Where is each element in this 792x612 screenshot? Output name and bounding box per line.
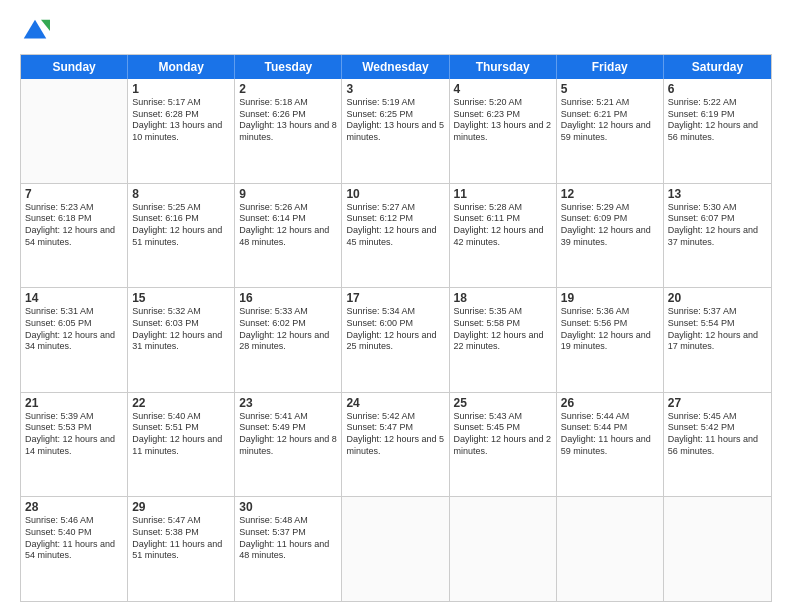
day-number: 18 bbox=[454, 291, 552, 305]
calendar: SundayMondayTuesdayWednesdayThursdayFrid… bbox=[20, 54, 772, 602]
svg-marker-0 bbox=[24, 20, 47, 39]
day-number: 15 bbox=[132, 291, 230, 305]
cell-info: Sunrise: 5:37 AMSunset: 5:54 PMDaylight:… bbox=[668, 306, 767, 353]
day-number: 27 bbox=[668, 396, 767, 410]
day-number: 30 bbox=[239, 500, 337, 514]
cal-cell: 8Sunrise: 5:25 AMSunset: 6:16 PMDaylight… bbox=[128, 184, 235, 288]
cell-info: Sunrise: 5:47 AMSunset: 5:38 PMDaylight:… bbox=[132, 515, 230, 562]
day-number: 19 bbox=[561, 291, 659, 305]
cell-info: Sunrise: 5:36 AMSunset: 5:56 PMDaylight:… bbox=[561, 306, 659, 353]
logo bbox=[20, 16, 54, 46]
cell-info: Sunrise: 5:19 AMSunset: 6:25 PMDaylight:… bbox=[346, 97, 444, 144]
day-number: 17 bbox=[346, 291, 444, 305]
day-number: 21 bbox=[25, 396, 123, 410]
cell-info: Sunrise: 5:40 AMSunset: 5:51 PMDaylight:… bbox=[132, 411, 230, 458]
logo-icon bbox=[20, 16, 50, 46]
day-of-week-friday: Friday bbox=[557, 55, 664, 79]
cal-cell: 20Sunrise: 5:37 AMSunset: 5:54 PMDayligh… bbox=[664, 288, 771, 392]
cal-cell: 29Sunrise: 5:47 AMSunset: 5:38 PMDayligh… bbox=[128, 497, 235, 601]
cell-info: Sunrise: 5:21 AMSunset: 6:21 PMDaylight:… bbox=[561, 97, 659, 144]
cell-info: Sunrise: 5:48 AMSunset: 5:37 PMDaylight:… bbox=[239, 515, 337, 562]
cell-info: Sunrise: 5:18 AMSunset: 6:26 PMDaylight:… bbox=[239, 97, 337, 144]
calendar-body: 1Sunrise: 5:17 AMSunset: 6:28 PMDaylight… bbox=[21, 79, 771, 601]
header bbox=[20, 16, 772, 46]
cell-info: Sunrise: 5:33 AMSunset: 6:02 PMDaylight:… bbox=[239, 306, 337, 353]
day-number: 3 bbox=[346, 82, 444, 96]
cell-info: Sunrise: 5:29 AMSunset: 6:09 PMDaylight:… bbox=[561, 202, 659, 249]
cal-cell: 18Sunrise: 5:35 AMSunset: 5:58 PMDayligh… bbox=[450, 288, 557, 392]
cell-info: Sunrise: 5:20 AMSunset: 6:23 PMDaylight:… bbox=[454, 97, 552, 144]
cal-cell: 23Sunrise: 5:41 AMSunset: 5:49 PMDayligh… bbox=[235, 393, 342, 497]
cal-cell: 10Sunrise: 5:27 AMSunset: 6:12 PMDayligh… bbox=[342, 184, 449, 288]
cal-cell bbox=[664, 497, 771, 601]
cal-cell bbox=[342, 497, 449, 601]
day-number: 23 bbox=[239, 396, 337, 410]
cal-cell bbox=[557, 497, 664, 601]
cal-cell: 30Sunrise: 5:48 AMSunset: 5:37 PMDayligh… bbox=[235, 497, 342, 601]
week-row-1: 1Sunrise: 5:17 AMSunset: 6:28 PMDaylight… bbox=[21, 79, 771, 184]
cell-info: Sunrise: 5:35 AMSunset: 5:58 PMDaylight:… bbox=[454, 306, 552, 353]
cal-cell: 24Sunrise: 5:42 AMSunset: 5:47 PMDayligh… bbox=[342, 393, 449, 497]
day-of-week-thursday: Thursday bbox=[450, 55, 557, 79]
cal-cell: 3Sunrise: 5:19 AMSunset: 6:25 PMDaylight… bbox=[342, 79, 449, 183]
day-number: 28 bbox=[25, 500, 123, 514]
day-number: 5 bbox=[561, 82, 659, 96]
cal-cell: 25Sunrise: 5:43 AMSunset: 5:45 PMDayligh… bbox=[450, 393, 557, 497]
cal-cell: 6Sunrise: 5:22 AMSunset: 6:19 PMDaylight… bbox=[664, 79, 771, 183]
cell-info: Sunrise: 5:44 AMSunset: 5:44 PMDaylight:… bbox=[561, 411, 659, 458]
cal-cell: 14Sunrise: 5:31 AMSunset: 6:05 PMDayligh… bbox=[21, 288, 128, 392]
cal-cell: 16Sunrise: 5:33 AMSunset: 6:02 PMDayligh… bbox=[235, 288, 342, 392]
day-of-week-tuesday: Tuesday bbox=[235, 55, 342, 79]
cell-info: Sunrise: 5:46 AMSunset: 5:40 PMDaylight:… bbox=[25, 515, 123, 562]
cell-info: Sunrise: 5:39 AMSunset: 5:53 PMDaylight:… bbox=[25, 411, 123, 458]
cal-cell: 15Sunrise: 5:32 AMSunset: 6:03 PMDayligh… bbox=[128, 288, 235, 392]
cal-cell: 2Sunrise: 5:18 AMSunset: 6:26 PMDaylight… bbox=[235, 79, 342, 183]
cal-cell bbox=[21, 79, 128, 183]
cell-info: Sunrise: 5:30 AMSunset: 6:07 PMDaylight:… bbox=[668, 202, 767, 249]
cell-info: Sunrise: 5:27 AMSunset: 6:12 PMDaylight:… bbox=[346, 202, 444, 249]
cal-cell: 26Sunrise: 5:44 AMSunset: 5:44 PMDayligh… bbox=[557, 393, 664, 497]
day-number: 20 bbox=[668, 291, 767, 305]
week-row-5: 28Sunrise: 5:46 AMSunset: 5:40 PMDayligh… bbox=[21, 497, 771, 601]
day-number: 4 bbox=[454, 82, 552, 96]
cell-info: Sunrise: 5:32 AMSunset: 6:03 PMDaylight:… bbox=[132, 306, 230, 353]
cell-info: Sunrise: 5:42 AMSunset: 5:47 PMDaylight:… bbox=[346, 411, 444, 458]
cell-info: Sunrise: 5:31 AMSunset: 6:05 PMDaylight:… bbox=[25, 306, 123, 353]
cell-info: Sunrise: 5:17 AMSunset: 6:28 PMDaylight:… bbox=[132, 97, 230, 144]
week-row-3: 14Sunrise: 5:31 AMSunset: 6:05 PMDayligh… bbox=[21, 288, 771, 393]
day-number: 26 bbox=[561, 396, 659, 410]
cell-info: Sunrise: 5:45 AMSunset: 5:42 PMDaylight:… bbox=[668, 411, 767, 458]
day-number: 1 bbox=[132, 82, 230, 96]
day-of-week-saturday: Saturday bbox=[664, 55, 771, 79]
cell-info: Sunrise: 5:41 AMSunset: 5:49 PMDaylight:… bbox=[239, 411, 337, 458]
cal-cell: 7Sunrise: 5:23 AMSunset: 6:18 PMDaylight… bbox=[21, 184, 128, 288]
day-of-week-wednesday: Wednesday bbox=[342, 55, 449, 79]
cal-cell: 9Sunrise: 5:26 AMSunset: 6:14 PMDaylight… bbox=[235, 184, 342, 288]
cal-cell: 19Sunrise: 5:36 AMSunset: 5:56 PMDayligh… bbox=[557, 288, 664, 392]
cal-cell: 17Sunrise: 5:34 AMSunset: 6:00 PMDayligh… bbox=[342, 288, 449, 392]
cal-cell: 22Sunrise: 5:40 AMSunset: 5:51 PMDayligh… bbox=[128, 393, 235, 497]
day-number: 24 bbox=[346, 396, 444, 410]
day-number: 6 bbox=[668, 82, 767, 96]
day-number: 11 bbox=[454, 187, 552, 201]
day-number: 29 bbox=[132, 500, 230, 514]
day-of-week-monday: Monday bbox=[128, 55, 235, 79]
cell-info: Sunrise: 5:26 AMSunset: 6:14 PMDaylight:… bbox=[239, 202, 337, 249]
day-number: 16 bbox=[239, 291, 337, 305]
cal-cell: 12Sunrise: 5:29 AMSunset: 6:09 PMDayligh… bbox=[557, 184, 664, 288]
cell-info: Sunrise: 5:34 AMSunset: 6:00 PMDaylight:… bbox=[346, 306, 444, 353]
cell-info: Sunrise: 5:43 AMSunset: 5:45 PMDaylight:… bbox=[454, 411, 552, 458]
week-row-2: 7Sunrise: 5:23 AMSunset: 6:18 PMDaylight… bbox=[21, 184, 771, 289]
cal-cell: 11Sunrise: 5:28 AMSunset: 6:11 PMDayligh… bbox=[450, 184, 557, 288]
day-of-week-sunday: Sunday bbox=[21, 55, 128, 79]
day-number: 22 bbox=[132, 396, 230, 410]
day-number: 2 bbox=[239, 82, 337, 96]
cal-cell bbox=[450, 497, 557, 601]
page: SundayMondayTuesdayWednesdayThursdayFrid… bbox=[0, 0, 792, 612]
cal-cell: 27Sunrise: 5:45 AMSunset: 5:42 PMDayligh… bbox=[664, 393, 771, 497]
day-number: 13 bbox=[668, 187, 767, 201]
day-number: 8 bbox=[132, 187, 230, 201]
cell-info: Sunrise: 5:22 AMSunset: 6:19 PMDaylight:… bbox=[668, 97, 767, 144]
cell-info: Sunrise: 5:23 AMSunset: 6:18 PMDaylight:… bbox=[25, 202, 123, 249]
cal-cell: 28Sunrise: 5:46 AMSunset: 5:40 PMDayligh… bbox=[21, 497, 128, 601]
